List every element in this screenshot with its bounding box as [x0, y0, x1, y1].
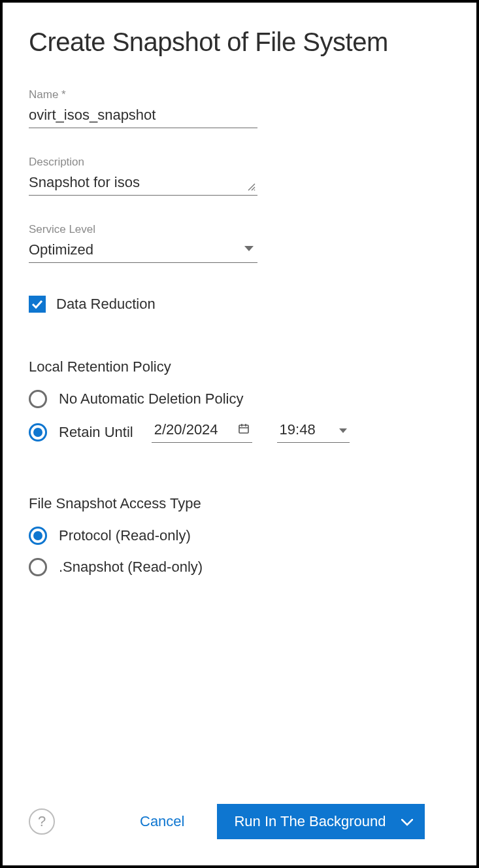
- radio-no-auto[interactable]: [29, 390, 47, 408]
- name-input[interactable]: [29, 105, 257, 128]
- cancel-button[interactable]: Cancel: [127, 805, 197, 838]
- retain-date-value: 2/20/2024: [154, 421, 218, 438]
- dialog-footer: ? Cancel Run In The Background: [29, 791, 450, 839]
- service-level-field: Service Level: [29, 223, 257, 263]
- name-field: Name *: [29, 88, 257, 128]
- data-reduction-checkbox[interactable]: [29, 296, 46, 313]
- chevron-down-icon: [401, 813, 413, 830]
- retain-date-field[interactable]: 2/20/2024: [152, 421, 252, 443]
- snapshot-label: .Snapshot (Read-only): [59, 559, 203, 576]
- description-label: Description: [29, 156, 257, 169]
- name-label: Name *: [29, 88, 257, 101]
- question-icon: ?: [38, 813, 46, 830]
- primary-button-label: Run In The Background: [234, 813, 386, 830]
- description-input[interactable]: [29, 173, 257, 196]
- svg-rect-0: [239, 425, 248, 433]
- data-reduction-row: Data Reduction: [29, 296, 450, 313]
- retain-time-value: 19:48: [280, 421, 316, 438]
- retention-option-retain-until[interactable]: Retain Until 2/20/2024 19:48: [29, 421, 450, 443]
- create-snapshot-dialog: Create Snapshot of File System Name * De…: [0, 0, 479, 868]
- retain-until-label: Retain Until: [59, 424, 133, 441]
- radio-retain-until[interactable]: [29, 423, 47, 442]
- help-button[interactable]: ?: [29, 808, 55, 835]
- run-background-button[interactable]: Run In The Background: [217, 804, 425, 839]
- service-level-label: Service Level: [29, 223, 257, 236]
- access-option-snapshot[interactable]: .Snapshot (Read-only): [29, 558, 450, 576]
- caret-down-icon: [339, 424, 347, 436]
- service-level-select[interactable]: [29, 240, 257, 263]
- retain-time-field[interactable]: 19:48: [277, 421, 350, 443]
- dialog-title: Create Snapshot of File System: [29, 27, 450, 57]
- data-reduction-label: Data Reduction: [56, 296, 156, 313]
- protocol-label: Protocol (Read-only): [59, 527, 191, 544]
- retention-option-no-auto[interactable]: No Automatic Deletion Policy: [29, 390, 450, 408]
- radio-protocol[interactable]: [29, 527, 47, 545]
- calendar-icon: [238, 423, 250, 437]
- no-auto-label: No Automatic Deletion Policy: [59, 391, 243, 408]
- access-type-header: File Snapshot Access Type: [29, 495, 450, 512]
- access-option-protocol[interactable]: Protocol (Read-only): [29, 527, 450, 545]
- radio-snapshot[interactable]: [29, 558, 47, 576]
- retention-header: Local Retention Policy: [29, 358, 450, 375]
- description-field: Description: [29, 156, 257, 196]
